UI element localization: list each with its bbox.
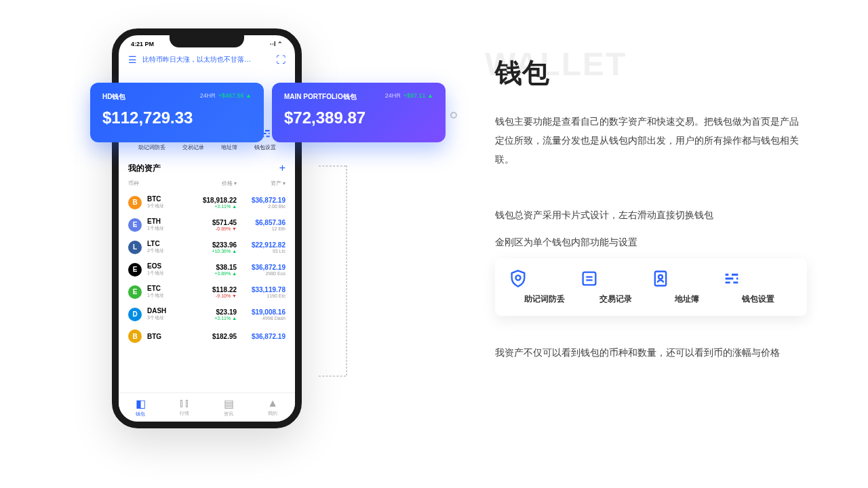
status-signal: ◦◦l ⌃ (270, 41, 283, 47)
coin-address-count: 3个地址 (147, 203, 188, 209)
col-coin[interactable]: 币种 (128, 180, 188, 187)
tab-wallet[interactable]: ◧钱包 (136, 397, 146, 418)
coin-price: $182.95 (188, 333, 237, 340)
wallet-name: HD钱包 (102, 92, 125, 102)
strip-settings[interactable]: 钱包设置 (722, 269, 793, 305)
coin-change: -0.89% ▼ (188, 226, 237, 231)
strip-transactions[interactable]: 交易记录 (580, 269, 651, 305)
coin-address-count: 3个地址 (147, 314, 188, 321)
col-value[interactable]: 资产 ▾ (237, 180, 285, 187)
asset-row[interactable]: DDASH3个地址$23.19+3.11% ▲$19,008.164998 Da… (128, 303, 285, 325)
feature-actions-desc: 金刚区为单个钱包内部功能与设置 (495, 237, 807, 249)
wallet-card-hd[interactable]: HD钱包 24HR+$467.56 ▲ $112,729.33 (90, 83, 264, 142)
tab-market[interactable]: ⫿⫿行情 (179, 397, 190, 418)
coin-change: -9.10% ▼ (188, 293, 237, 298)
connector-line (319, 375, 346, 377)
coin-price: $23.19 (188, 308, 237, 316)
coin-price: $571.45 (188, 219, 237, 226)
asset-row[interactable]: LLTC2个地址$233.96+10.36% ▲$22,912.8293 Ltc (128, 236, 285, 258)
coin-symbol: BTC (147, 195, 188, 203)
coin-symbol: EOS (147, 262, 188, 270)
action-label: 钱包设置 (254, 144, 276, 151)
asset-row[interactable]: EETH1个地址$571.45-0.89% ▼$6,857.3612 Eth (128, 214, 285, 236)
asset-row[interactable]: EETC1个地址$118.22-9.10% ▼$33,119.781190 Et… (128, 281, 285, 303)
connector-dot (450, 112, 457, 119)
wallet-change: 24HR+$467.56 ▲ (200, 92, 252, 102)
coin-value: $36,872.19 (237, 197, 285, 204)
column-headers: 币种 价格 ▾ 资产 ▾ (128, 178, 285, 191)
coin-address-count: 1个地址 (147, 270, 188, 277)
wallet-icon: ◧ (136, 397, 146, 410)
svg-point-7 (658, 275, 663, 279)
news-text: 比特币昨日大涨，以太坊也不甘落… (142, 55, 271, 64)
coin-icon: B (128, 196, 142, 209)
add-asset-button[interactable]: + (279, 162, 285, 174)
coin-amount: 4998 Dash (237, 316, 285, 321)
asset-row[interactable]: EEOS1个地址$38.15+3.89% ▲$36,872.192980 Eos (128, 258, 285, 281)
wallet-cards[interactable]: HD钱包 24HR+$467.56 ▲ $112,729.33 MAIN POR… (90, 83, 446, 142)
wallet-amount: $72,389.87 (284, 108, 433, 127)
assets-header: 我的资产 + (128, 158, 285, 178)
news-icon: ▤ (224, 397, 234, 410)
feature-assets-desc: 我资产不仅可以看到钱包的币种和数量，还可以看到币的涨幅与价格 (495, 343, 807, 362)
asset-row[interactable]: BBTC3个地址$18,918.22+3.11% ▲$36,872.192.00… (128, 191, 285, 214)
coin-symbol: BTG (147, 333, 188, 340)
coin-icon: B (128, 329, 142, 343)
feature-cards-desc: 钱包总资产采用卡片式设计，左右滑动直接切换钱包 (495, 209, 807, 222)
page-title: 钱包 (495, 54, 807, 92)
tab-bar: ◧钱包 ⫿⫿行情 ▤资讯 ▲我的 (119, 392, 295, 422)
description-panel: WALLET 钱包 钱包主要功能是查看自己的数字资产和快速交易。把钱包做为首页是… (495, 54, 807, 362)
coin-symbol: ETC (147, 285, 188, 292)
asset-list[interactable]: BBTC3个地址$18,918.22+3.11% ▲$36,872.192.00… (128, 191, 285, 347)
assets-title: 我的资产 (128, 163, 161, 174)
status-time: 4:21 PM (131, 41, 154, 47)
chart-icon: ⫿⫿ (179, 397, 190, 409)
coin-price: $118.22 (188, 286, 237, 293)
connector-line (319, 165, 346, 167)
coin-icon: E (128, 218, 142, 232)
news-bar[interactable]: ☰ 比特币昨日大涨，以太坊也不甘落… ⛶ (128, 50, 285, 72)
coin-value: $36,872.19 (237, 264, 285, 271)
menu-icon[interactable]: ☰ (128, 54, 137, 65)
coin-value: $36,872.19 (237, 333, 285, 340)
tab-news[interactable]: ▤资讯 (224, 397, 234, 418)
action-label: 地址簿 (221, 144, 237, 151)
coin-change: +3.11% ▲ (188, 204, 237, 209)
strip-mnemonic[interactable]: 助记词防丢 (509, 269, 580, 305)
coin-icon: E (128, 263, 142, 277)
coin-value: $33,119.78 (237, 286, 285, 293)
scan-icon[interactable]: ⛶ (276, 54, 285, 65)
asset-row[interactable]: BBTG$182.95$36,872.19 (128, 325, 285, 347)
coin-address-count: 2个地址 (147, 247, 188, 254)
coin-amount: 1190 Etc (237, 293, 285, 298)
wallet-amount: $112,729.33 (102, 108, 252, 127)
coin-value: $6,857.36 (237, 219, 285, 226)
phone-notch (170, 35, 244, 47)
coin-change: +3.89% ▲ (188, 271, 237, 276)
coin-symbol: LTC (147, 240, 188, 247)
transfer-icon (580, 269, 651, 288)
icon-strip: 助记词防丢 交易记录 地址簿 钱包设置 (495, 258, 807, 316)
coin-icon: D (128, 308, 142, 321)
strip-addressbook[interactable]: 地址簿 (651, 269, 722, 305)
shield-search-icon (509, 269, 580, 288)
coin-amount: 2980 Eos (237, 271, 285, 276)
coin-price: $233.96 (188, 241, 237, 249)
coin-value: $22,912.82 (237, 241, 285, 249)
wallet-change: 24HR+$97.11 ▲ (385, 92, 433, 102)
wallet-card-main[interactable]: MAIN PORTFOLIO钱包 24HR+$97.11 ▲ $72,389.8… (272, 83, 446, 142)
coin-change: +10.36% ▲ (188, 249, 237, 253)
coin-amount: 2.00 Btc (237, 204, 285, 209)
action-label: 交易记录 (182, 144, 204, 151)
svg-rect-5 (583, 272, 596, 285)
col-price[interactable]: 价格 ▾ (188, 180, 237, 187)
settings-list-icon (722, 269, 793, 288)
coin-value: $19,008.16 (237, 308, 285, 316)
tab-profile[interactable]: ▲我的 (267, 397, 278, 418)
coin-change: +3.11% ▲ (188, 316, 237, 321)
connector-line (346, 165, 347, 375)
profile-icon: ▲ (267, 397, 278, 409)
description-main: 钱包主要功能是查看自己的数字资产和快速交易。把钱包做为首页是产品定位所致，流量分… (495, 112, 807, 169)
coin-address-count: 1个地址 (147, 225, 188, 232)
coin-amount: 93 Ltc (237, 249, 285, 253)
